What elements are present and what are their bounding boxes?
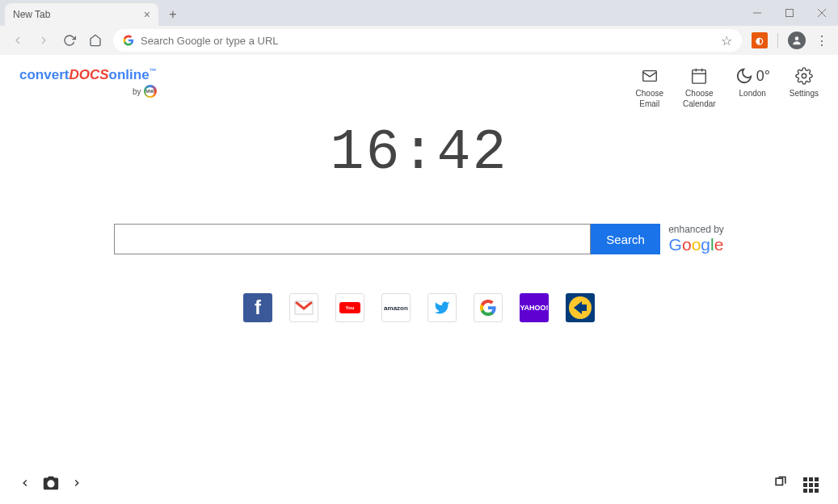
calendar-icon <box>690 67 708 85</box>
svg-point-4 <box>795 36 799 40</box>
divider <box>777 33 778 48</box>
gear-icon <box>795 67 813 85</box>
clock-display: 16:42 <box>0 121 838 185</box>
svg-point-16 <box>802 74 806 78</box>
profile-button[interactable] <box>788 32 806 49</box>
window-titlebar: New Tab × + <box>0 0 838 26</box>
search-button[interactable]: Search <box>591 224 660 254</box>
logo-part: DOCS <box>69 67 108 82</box>
tabs-area: New Tab × + <box>0 0 184 26</box>
convertdocsonline-logo: convertDOCSonline™ byMW <box>19 67 157 98</box>
youtube-tile[interactable]: You <box>335 293 364 322</box>
window-controls <box>741 0 838 26</box>
minimize-button[interactable] <box>741 0 773 26</box>
svg-rect-5 <box>643 71 657 82</box>
extension-icon[interactable]: ◐ <box>752 32 768 48</box>
widget-label: Email <box>639 99 659 108</box>
home-button[interactable] <box>84 29 107 52</box>
settings-label: Settings <box>790 88 819 99</box>
svg-rect-20 <box>776 478 782 485</box>
search-row: Search enhanced by Google <box>0 224 838 254</box>
yahoo-tile[interactable]: YAHOO! <box>520 293 549 322</box>
choose-calendar-button[interactable]: ChooseCalendar <box>683 67 716 109</box>
widget-label: Choose <box>685 89 713 98</box>
page-content: convertDOCSonline™ byMW ChooseEmail Choo… <box>0 55 838 504</box>
svg-point-19 <box>48 481 53 486</box>
footer <box>0 465 838 504</box>
url-toolbar: ☆ ◐ ⋮ <box>0 26 838 55</box>
choose-email-button[interactable]: ChooseEmail <box>636 67 663 109</box>
address-bar[interactable]: ☆ <box>113 29 742 52</box>
enhanced-by-google: enhanced by Google <box>668 224 724 254</box>
google-icon <box>123 35 134 46</box>
bookmark-star-icon[interactable]: ☆ <box>721 33 732 48</box>
enhanced-label: enhanced by <box>668 224 724 235</box>
close-window-button[interactable] <box>806 0 838 26</box>
header-widgets: ChooseEmail ChooseCalendar 0° London Set… <box>636 67 819 109</box>
amazon-label: amazon <box>384 304 408 312</box>
settings-button[interactable]: Settings <box>790 67 819 99</box>
moon-icon <box>735 67 753 85</box>
google-logo: Google <box>669 235 724 254</box>
twitter-tile[interactable] <box>427 293 457 322</box>
facebook-tile[interactable]: f <box>243 293 272 322</box>
next-wallpaper-button[interactable] <box>71 477 82 492</box>
new-tab-button[interactable]: + <box>162 3 184 26</box>
weather-widget[interactable]: 0° London <box>735 67 770 99</box>
temperature: 0° <box>756 68 770 85</box>
tab-title: New Tab <box>13 9 50 20</box>
address-input[interactable] <box>141 35 714 47</box>
close-tab-icon[interactable]: × <box>144 9 150 20</box>
quick-links: f You amazon YAHOO! <box>0 293 838 322</box>
camera-icon[interactable] <box>42 474 60 495</box>
header: convertDOCSonline™ byMW ChooseEmail Choo… <box>0 55 838 109</box>
reload-button[interactable] <box>58 29 81 52</box>
back-button[interactable] <box>6 29 29 52</box>
trademark: ™ <box>149 67 157 75</box>
logo-part: convert <box>19 67 69 82</box>
by-label: by <box>133 87 141 96</box>
browser-menu-button[interactable]: ⋮ <box>812 33 832 48</box>
mail-icon <box>641 67 659 85</box>
widget-label: Choose <box>636 89 663 98</box>
forward-button[interactable] <box>32 29 55 52</box>
expedia-tile[interactable] <box>566 293 595 322</box>
search-input[interactable] <box>114 224 591 254</box>
google-tile[interactable] <box>474 293 503 322</box>
apps-grid-icon[interactable] <box>803 477 819 493</box>
browser-tab[interactable]: New Tab × <box>5 3 158 26</box>
gmail-tile[interactable] <box>289 293 318 322</box>
amazon-tile[interactable]: amazon <box>381 293 411 322</box>
logo-part: online <box>109 67 149 82</box>
svg-rect-6 <box>693 70 706 84</box>
widget-label: Calendar <box>683 99 716 108</box>
maximize-button[interactable] <box>773 0 806 26</box>
mw-logo-icon: MW <box>144 85 157 98</box>
prev-wallpaper-button[interactable] <box>19 477 31 492</box>
search-box: Search <box>114 224 660 254</box>
expand-icon[interactable] <box>773 475 789 494</box>
svg-rect-1 <box>786 10 794 17</box>
weather-city: London <box>739 88 766 99</box>
